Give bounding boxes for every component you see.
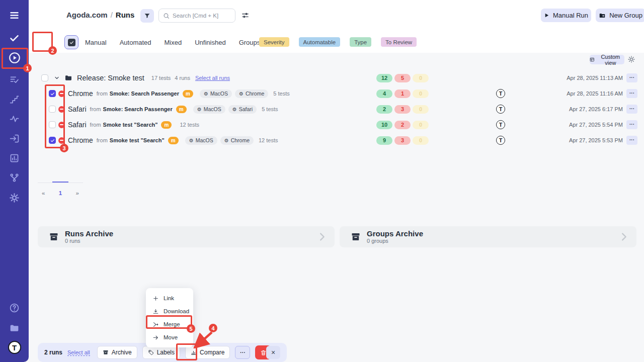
pagination-next[interactable]: » bbox=[76, 189, 79, 196]
search-input[interactable] bbox=[173, 13, 228, 19]
sidebar-avatar[interactable]: T bbox=[0, 340, 29, 355]
merge-icon bbox=[152, 321, 159, 328]
passed-badge: 12 bbox=[376, 74, 392, 82]
sidebar-item-runs[interactable] bbox=[0, 50, 29, 65]
select-all-link[interactable]: Select all bbox=[67, 349, 90, 356]
menu-item-move[interactable]: Move bbox=[146, 331, 193, 344]
runs-archive-title: Runs Archive bbox=[65, 230, 113, 238]
sidebar-item-reports[interactable] bbox=[0, 150, 29, 165]
sliders-icon bbox=[241, 11, 250, 20]
bulk-more-button[interactable]: ··· bbox=[235, 346, 250, 359]
run-title[interactable]: Safari bbox=[68, 121, 87, 129]
run-more-button[interactable]: ··· bbox=[626, 105, 637, 114]
tab-unfinished[interactable]: Unfinished bbox=[195, 39, 225, 46]
breadcrumb-project[interactable]: Agoda.com bbox=[66, 11, 108, 19]
search-settings-button[interactable] bbox=[240, 11, 250, 21]
multi-select-toggle-button[interactable] bbox=[64, 35, 78, 49]
close-selection-button[interactable]: × bbox=[266, 346, 280, 359]
menu-item-link[interactable]: Link bbox=[146, 292, 193, 305]
passed-badge: 10 bbox=[376, 121, 392, 129]
sidebar-item-requirements[interactable] bbox=[0, 131, 29, 146]
group-name[interactable]: Release: Smoke test bbox=[77, 74, 144, 82]
filter-button[interactable] bbox=[140, 9, 154, 23]
row-checkbox[interactable] bbox=[49, 90, 56, 97]
groups-archive-card[interactable]: Groups Archive 0 groups bbox=[340, 226, 636, 247]
steps-icon bbox=[9, 94, 20, 105]
row-checkbox[interactable] bbox=[49, 121, 56, 128]
runs-archive-card[interactable]: Runs Archive 0 runs bbox=[38, 226, 335, 247]
menu-item-download[interactable]: Download bbox=[146, 305, 193, 318]
sidebar-item-test-plans[interactable] bbox=[0, 72, 29, 87]
run-from-label: from bbox=[97, 90, 108, 97]
move-arrow-icon bbox=[152, 334, 159, 341]
custom-view-button[interactable]: Custom view bbox=[590, 55, 624, 64]
run-source: Smoke test "Search" bbox=[110, 137, 165, 143]
new-group-button[interactable]: New Group bbox=[596, 9, 644, 22]
run-more-button[interactable]: ··· bbox=[626, 89, 637, 98]
select-all-runs-link[interactable]: Select all runs bbox=[195, 75, 230, 81]
compare-label: Compare bbox=[200, 349, 224, 356]
assignee-avatar: T bbox=[496, 120, 505, 129]
run-more-button[interactable]: ··· bbox=[626, 120, 637, 129]
chevron-down-icon[interactable] bbox=[54, 75, 60, 81]
runs-archive-text: Runs Archive 0 runs bbox=[65, 230, 113, 244]
pill-severity[interactable]: Severity bbox=[259, 37, 289, 47]
labels-button[interactable]: Labels bbox=[142, 346, 180, 359]
sidebar-item-traceability[interactable] bbox=[0, 170, 29, 185]
trash-icon bbox=[260, 349, 267, 356]
row-checkbox[interactable] bbox=[49, 137, 56, 144]
row-checkbox[interactable] bbox=[49, 106, 56, 113]
sidebar-item-test-cases[interactable] bbox=[0, 30, 29, 45]
archive-button[interactable]: Archive bbox=[97, 346, 137, 359]
pill-type[interactable]: Type bbox=[350, 37, 371, 47]
menu-button[interactable] bbox=[0, 8, 29, 23]
compare-button[interactable]: Compare bbox=[185, 346, 230, 359]
search-icon bbox=[163, 13, 170, 19]
group-more-button[interactable]: ··· bbox=[626, 73, 637, 82]
sidebar-item-settings[interactable] bbox=[0, 190, 29, 205]
tab-manual[interactable]: Manual bbox=[85, 39, 107, 46]
sidebar-item-documents[interactable] bbox=[0, 320, 29, 335]
pill-automatable[interactable]: Automatable bbox=[299, 37, 341, 47]
run-more-button[interactable]: ··· bbox=[626, 136, 637, 145]
menu-item-merge[interactable]: Merge bbox=[146, 318, 193, 331]
groups-archive-title: Groups Archive bbox=[367, 230, 423, 238]
run-source: Smoke test "Search" bbox=[103, 122, 158, 128]
passed-badge: 9 bbox=[376, 136, 392, 145]
env-pill: ⚙MacOS bbox=[200, 89, 232, 98]
sidebar-item-defects[interactable] bbox=[0, 111, 29, 126]
check-icon bbox=[9, 33, 20, 43]
checkbox-icon bbox=[68, 39, 75, 46]
passed-badge: 4 bbox=[376, 89, 392, 98]
search-box[interactable] bbox=[158, 9, 235, 23]
labels-label: Labels bbox=[157, 349, 175, 356]
sidebar-item-help[interactable] bbox=[0, 300, 29, 315]
run-title[interactable]: Chrome bbox=[68, 136, 93, 144]
minus-circle-icon bbox=[58, 90, 65, 97]
sidebar-item-milestones[interactable] bbox=[0, 92, 29, 107]
run-title[interactable]: Chrome bbox=[68, 89, 93, 98]
breadcrumb-separator: / bbox=[111, 11, 113, 19]
tab-automated[interactable]: Automated bbox=[120, 39, 151, 46]
run-from-label: from bbox=[90, 122, 101, 128]
run-result-badges: 2 3 0 bbox=[376, 105, 429, 114]
env-pill: ⚙Chrome bbox=[220, 136, 254, 145]
group-row: Release: Smoke test 17 tests 4 runs Sele… bbox=[38, 71, 639, 84]
play-circle-icon bbox=[8, 51, 21, 64]
manual-run-button[interactable]: Manual Run bbox=[541, 9, 591, 22]
view-settings-button[interactable] bbox=[627, 55, 635, 63]
run-title[interactable]: Safari bbox=[68, 105, 87, 113]
menu-item-label: Move bbox=[164, 334, 178, 340]
tab-groups[interactable]: Groups bbox=[239, 39, 261, 46]
sidebar: T bbox=[0, 0, 29, 362]
run-from-label: from bbox=[90, 106, 101, 112]
pill-to-review[interactable]: To Review bbox=[381, 37, 417, 47]
minus-circle-icon bbox=[58, 106, 65, 113]
pagination-page-1[interactable]: 1 bbox=[59, 189, 62, 196]
run-result-badges: 4 1 0 bbox=[376, 89, 429, 98]
group-checkbox[interactable] bbox=[41, 74, 48, 81]
tab-mixed[interactable]: Mixed bbox=[165, 39, 182, 46]
mode-badge: m bbox=[168, 137, 179, 144]
failed-badge: 3 bbox=[394, 105, 411, 114]
pagination-prev[interactable]: « bbox=[42, 189, 45, 196]
